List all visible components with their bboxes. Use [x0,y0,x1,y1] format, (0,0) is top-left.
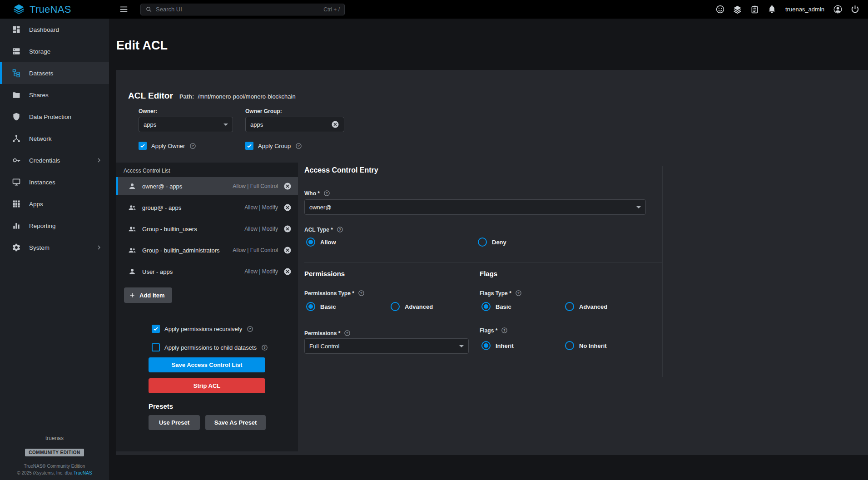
sidebar-item-instances[interactable]: Instances [0,171,109,193]
delete-entry-icon[interactable] [283,246,292,254]
radio-flags-inherit[interactable]: Inherit [481,341,514,350]
feedback-button[interactable] [715,5,725,14]
sidebar-item-network[interactable]: Network [0,128,109,149]
acl-entry-permission: Allow | Full Control [233,247,278,253]
power-button[interactable] [850,5,860,14]
apply-group-checkbox[interactable]: Apply Group ? [245,142,302,150]
delete-entry-icon[interactable] [283,203,292,212]
save-as-preset-button[interactable]: Save As Preset [205,415,266,430]
acl-entry-row[interactable]: Group - builtin_users Allow | Modify [116,220,298,238]
help-icon[interactable]: ? [295,143,302,149]
group-icon [128,246,136,254]
edition-badge: COMMUNITY EDITION [25,449,84,456]
child-datasets-checkbox[interactable]: Apply permissions to child datasets ? [152,343,268,351]
flags-type-label: Flags Type * [480,290,511,297]
radio-advanced-label: Advanced [579,303,607,310]
help-icon[interactable]: ? [261,344,268,351]
delete-entry-icon[interactable] [283,182,292,190]
sidebar-item-data-protection[interactable]: Data Protection [0,106,109,128]
sidebar-item-storage[interactable]: Storage [0,40,109,62]
sidebar-item-apps[interactable]: Apps [0,193,109,215]
acl-entry-row[interactable]: Group - builtin_administrators Allow | F… [116,241,298,259]
checklist-button[interactable] [750,5,759,14]
sidebar-item-system[interactable]: System [0,237,109,258]
radio-flags-no-inherit[interactable]: No Inherit [565,341,607,350]
acl-entry-row[interactable]: User - apps Allow | Modify [116,262,298,281]
who-select[interactable]: owner@ [304,199,646,215]
help-icon[interactable]: ? [344,330,351,336]
sidebar-item-datasets[interactable]: Datasets [0,62,109,84]
folder-icon [12,90,21,99]
acl-editor-title: ACL Editor [128,91,173,101]
acl-entry-row[interactable]: owner@ - apps Allow | Full Control [116,177,298,195]
sidebar-item-credentials[interactable]: Credentials [0,149,109,171]
acl-entry-row[interactable]: group@ - apps Allow | Modify [116,198,298,217]
acl-editor-head: ACL Editor Path: /mnt/monero-pool/monero… [128,91,296,101]
owner-select[interactable]: apps [139,117,233,132]
menu-toggle-button[interactable] [119,5,129,14]
chevron-right-icon [95,157,103,164]
chevron-down-icon [459,345,464,347]
sidebar-item-reporting[interactable]: Reporting [0,215,109,237]
sidebar-item-shares[interactable]: Shares [0,84,109,106]
search-bar[interactable]: Ctrl + / [140,4,345,15]
who-value: owner@ [309,204,332,211]
svg-text:?: ? [517,291,520,295]
jobs-button[interactable] [733,5,742,14]
path-value: /mnt/monero-pool/monero-blockchain [198,93,295,100]
radio-flags-basic[interactable]: Basic [481,302,511,311]
use-preset-button[interactable]: Use Preset [149,415,200,430]
acl-entry-who: owner@ - apps [142,183,182,190]
who-label: Who * [304,190,320,197]
radio-deny-label: Deny [492,239,506,246]
radio-inherit-label: Inherit [496,342,514,349]
svg-text:?: ? [339,228,341,232]
permissions-select[interactable]: Full Control [304,338,469,354]
avatar-icon [833,5,843,14]
add-item-label: Add Item [139,292,165,299]
help-icon[interactable]: ? [515,290,522,297]
help-icon[interactable]: ? [189,143,196,149]
permissions-type-label: Permissions Type * [304,290,354,297]
help-icon[interactable]: ? [358,290,365,297]
brand[interactable]: TrueNAS [0,3,109,15]
acl-entry-permission: Allow | Modify [244,226,278,232]
radio-selected-icon [306,302,315,311]
radio-deny[interactable]: Deny [478,238,506,247]
chevron-down-icon [636,206,641,208]
acl-list-title: Access Control List [124,168,170,174]
help-icon[interactable]: ? [323,190,330,197]
gear-icon [12,243,21,252]
user-menu-button[interactable] [833,5,843,14]
notifications-button[interactable] [767,5,777,14]
radio-advanced-label: Advanced [405,303,433,310]
apply-owner-checkbox[interactable]: Apply Owner ? [139,142,196,150]
search-input[interactable] [156,6,320,13]
help-icon[interactable]: ? [247,326,253,332]
copyright-link[interactable]: TrueNAS [74,470,92,475]
section-divider [304,262,662,263]
help-icon[interactable]: ? [337,226,343,233]
delete-entry-icon[interactable] [283,267,292,276]
acl-entry-permission: Allow | Modify [244,204,278,211]
sidebar-item-label: Credentials [29,157,60,164]
delete-entry-icon[interactable] [283,225,292,233]
clear-icon[interactable] [331,120,339,129]
radio-permissions-advanced[interactable]: Advanced [391,302,433,311]
flags-type-field-label: Flags Type * ? [480,290,522,297]
recursive-checkbox[interactable]: Apply permissions recursively ? [152,325,253,333]
save-acl-button[interactable]: Save Access Control List [149,357,265,372]
add-item-button[interactable]: Add Item [124,287,172,303]
sidebar-item-dashboard[interactable]: Dashboard [0,19,109,40]
permissions-label: Permissions * [304,330,340,336]
radio-allow[interactable]: Allow [306,238,336,247]
owner-group-input[interactable]: apps [245,117,344,132]
radio-permissions-basic[interactable]: Basic [306,302,336,311]
flags-title: Flags [480,270,497,277]
radio-unselected-icon [478,238,487,247]
strip-acl-button[interactable]: Strip ACL [149,378,265,393]
permissions-value: Full Control [309,343,339,350]
help-icon[interactable]: ? [501,327,508,334]
search-shortcut-label: Ctrl + / [323,6,340,13]
radio-flags-advanced[interactable]: Advanced [565,302,607,311]
